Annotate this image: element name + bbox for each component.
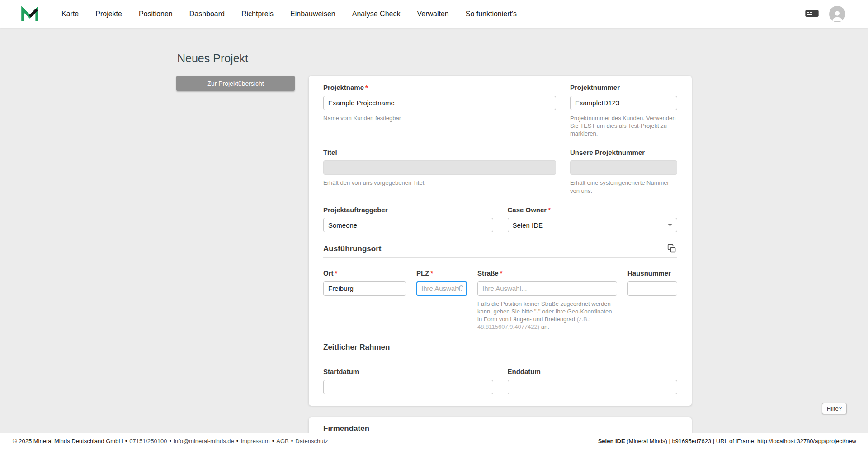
ort-label: Ort — [323, 269, 334, 277]
footer-link-datenschutz[interactable]: Datenschutz — [295, 438, 328, 444]
projektnummer-helper: Projektnummer des Kunden. Verwenden Sie … — [570, 114, 677, 137]
nav-item-so-funktionierts[interactable]: So funktioniert's — [466, 10, 517, 18]
field-projektauftraggeber: Projektauftraggeber — [323, 206, 493, 233]
required-marker: * — [365, 84, 368, 91]
strasse-helper: Falls die Position keiner Straße zugeord… — [477, 300, 617, 331]
field-strasse: Straße* Falls die Position keiner Straße… — [477, 270, 617, 331]
unsere-projektnummer-label: Unsere Projektnummer — [570, 149, 645, 156]
session-details: (Mineral Minds) | b91695ed7623 | URL of … — [625, 438, 856, 444]
mineral-minds-logo-icon — [20, 4, 40, 24]
nav-item-verwalten[interactable]: Verwalten — [417, 10, 448, 18]
copy-icon — [667, 244, 676, 254]
main-area: Neues Projekt Zur Projektübersicht Proje… — [0, 28, 868, 439]
required-marker: * — [430, 269, 433, 277]
footer-left: © 2025 Mineral Minds Deutschland GmbH • … — [13, 438, 328, 444]
strasse-input[interactable] — [477, 281, 617, 296]
required-marker: * — [548, 206, 551, 214]
field-startdatum: Startdatum — [323, 368, 493, 394]
field-unsere-projektnummer: Unsere Projektnummer Erhält eine systemg… — [570, 149, 677, 195]
logo[interactable] — [20, 4, 40, 24]
separator: • — [236, 438, 239, 444]
nav-item-analyse-check[interactable]: Analyse Check — [352, 10, 401, 18]
unsere-projektnummer-helper: Erhält eine systemgenerierte Nummer von … — [570, 179, 677, 194]
enddatum-label: Enddatum — [508, 368, 541, 375]
field-enddatum: Enddatum — [508, 368, 678, 394]
field-projektnummer: Projektnummer Projektnummer des Kunden. … — [570, 84, 677, 137]
left-column: Zur Projektübersicht — [176, 76, 295, 91]
footer: © 2025 Mineral Minds Deutschland GmbH • … — [0, 433, 868, 449]
field-projektname: Projektname* Name vom Kunden festlegbar — [323, 84, 556, 137]
footer-link-impressum[interactable]: Impressum — [241, 438, 269, 444]
nav-item-projekte[interactable]: Projekte — [95, 10, 122, 18]
field-ort: Ort* — [323, 270, 406, 331]
separator: • — [125, 438, 127, 444]
unsere-projektnummer-input — [570, 160, 677, 175]
footer-link-email[interactable]: info@mineral-minds.de — [174, 438, 234, 444]
nav-item-dashboard[interactable]: Dashboard — [189, 10, 225, 18]
titel-label: Titel — [323, 149, 337, 156]
projektname-input[interactable] — [323, 96, 556, 110]
field-hausnummer: Hausnummer — [627, 270, 677, 331]
footer-link-agb[interactable]: AGB — [276, 438, 288, 444]
case-owner-label: Case Owner — [508, 206, 547, 214]
section-title-zeitlicher-rahmen: Zeitlicher Rahmen — [323, 343, 390, 352]
field-titel: Titel Erhält den von uns vorgegebenen Ti… — [323, 149, 556, 195]
enddatum-input[interactable] — [508, 380, 678, 394]
nav-item-richtpreis[interactable]: Richtpreis — [241, 10, 274, 18]
required-marker: * — [500, 269, 503, 277]
help-button[interactable]: Hilfe? — [822, 403, 847, 414]
field-case-owner: Case Owner* Selen IDE — [508, 206, 678, 233]
plz-label: PLZ — [416, 269, 429, 277]
case-owner-value: Selen IDE — [513, 221, 543, 229]
hausnummer-input[interactable] — [627, 281, 677, 296]
projektnummer-input[interactable] — [570, 96, 677, 110]
nav-item-einbauweisen[interactable]: Einbauweisen — [290, 10, 335, 18]
separator: • — [272, 438, 274, 444]
session-user: Selen IDE — [598, 438, 625, 444]
field-plz: PLZ* — [416, 270, 467, 331]
section-divider — [323, 356, 677, 356]
user-menu-button[interactable] — [829, 6, 845, 22]
copyright-text: © 2025 Mineral Minds Deutschland GmbH — [13, 438, 123, 444]
titel-input — [323, 160, 556, 175]
strasse-label: Straße — [477, 269, 499, 277]
back-to-project-overview-button[interactable]: Zur Projektübersicht — [176, 76, 295, 91]
nav-item-positionen[interactable]: Positionen — [139, 10, 173, 18]
user-avatar-icon — [829, 6, 845, 22]
projektauftraggeber-input[interactable] — [323, 218, 493, 232]
projektname-helper: Name vom Kunden festlegbar — [323, 114, 556, 122]
separator: • — [169, 438, 171, 444]
project-form-card: Projektname* Name vom Kunden festlegbar … — [309, 76, 692, 406]
case-owner-select[interactable]: Selen IDE — [508, 218, 678, 232]
section-title-firmendaten: Firmendaten — [323, 424, 369, 433]
section-title-ausfuehrungsort: Ausführungsort — [323, 244, 381, 253]
footer-link-phone[interactable]: 07151/250100 — [129, 438, 167, 444]
nav-item-karte[interactable]: Karte — [61, 10, 79, 18]
chevron-down-icon — [668, 224, 672, 226]
startdatum-label: Startdatum — [323, 368, 359, 375]
separator: • — [291, 438, 293, 444]
startdatum-input[interactable] — [323, 380, 493, 394]
titel-helper: Erhält den von uns vorgegebenen Titel. — [323, 179, 556, 187]
section-divider — [323, 257, 677, 258]
loading-spinner-icon — [458, 285, 464, 291]
projektnummer-label: Projektnummer — [570, 84, 620, 91]
projektauftraggeber-label: Projektauftraggeber — [323, 206, 388, 214]
page-title: Neues Projekt — [177, 53, 692, 64]
projektname-label: Projektname — [323, 84, 364, 91]
server-button[interactable] — [805, 7, 819, 20]
ort-input[interactable] — [323, 281, 406, 296]
required-marker: * — [335, 269, 338, 277]
navbar-right — [805, 6, 845, 22]
server-icon — [805, 7, 819, 20]
hausnummer-label: Hausnummer — [627, 269, 671, 277]
top-navbar: Karte Projekte Positionen Dashboard Rich… — [0, 0, 868, 28]
main-nav: Karte Projekte Positionen Dashboard Rich… — [61, 10, 517, 18]
footer-session-info: Selen IDE (Mineral Minds) | b91695ed7623… — [598, 438, 856, 444]
copy-location-button[interactable] — [666, 243, 677, 255]
